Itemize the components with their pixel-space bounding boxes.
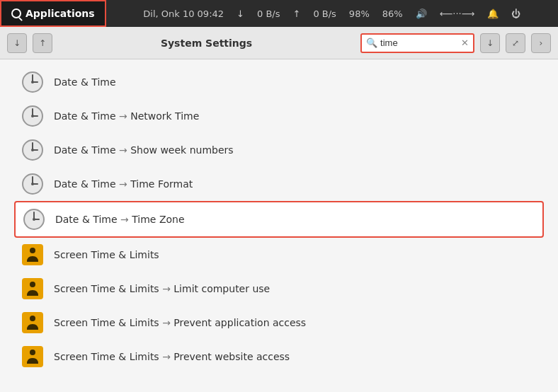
clock-svg	[21, 173, 44, 195]
taskbar-battery1: 98%	[349, 8, 370, 19]
clock-icon-date-time-zone	[23, 208, 45, 231]
taskbar-download-speed: 0 B/s	[257, 8, 280, 19]
clock-svg	[21, 105, 44, 127]
person-svg	[21, 277, 44, 300]
download-button[interactable]: ↓	[480, 33, 500, 53]
taskbar-download-icon: ↓	[237, 8, 244, 19]
svg-point-11	[31, 149, 34, 151]
svg-point-23	[30, 282, 35, 287]
setting-label-date-time: Date & Time	[54, 76, 116, 88]
more-icon: ›	[540, 38, 543, 48]
clock-svg	[23, 208, 45, 231]
setting-label-screen-time-app: Screen Time & Limits → Prevent applicati…	[54, 317, 306, 328]
svg-rect-24	[22, 312, 43, 333]
svg-point-7	[31, 115, 34, 117]
applications-button[interactable]: Applications	[0, 0, 106, 27]
expand-icon: ⤢	[512, 38, 519, 48]
svg-point-3	[31, 81, 34, 83]
setting-item-screen-time-app[interactable]: Screen Time & Limits → Prevent applicati…	[14, 306, 544, 340]
window-header: ↓ ↑ System Settings 🔍 ✕ ↓ ⤢ ›	[0, 27, 558, 59]
setting-item-screen-time[interactable]: Screen Time & Limits	[14, 238, 544, 272]
clock-svg	[21, 71, 44, 93]
taskbar-upload-icon: ↑	[292, 8, 300, 19]
svg-rect-26	[22, 346, 43, 367]
setting-label-date-time-week: Date & Time → Show week numbers	[54, 144, 234, 156]
svg-rect-20	[22, 244, 43, 265]
nav-back-button[interactable]: ↓	[7, 33, 27, 53]
setting-item-date-time[interactable]: Date & Time	[14, 65, 544, 99]
taskbar: Applications Dil, Onk 10 09:42 ↓ 0 B/s ↑…	[0, 0, 558, 27]
person-svg	[21, 345, 44, 368]
forward-icon: ↑	[39, 38, 46, 48]
person-icon-screen-time-web	[21, 345, 44, 368]
main-window: ↓ ↑ System Settings 🔍 ✕ ↓ ⤢ ›	[0, 27, 558, 392]
applications-search-icon	[11, 8, 21, 18]
settings-list: Date & Time Date & Time → Network Time D…	[0, 59, 558, 392]
clock-icon-date-time-network	[21, 105, 44, 127]
svg-point-25	[30, 316, 35, 321]
setting-label-date-time-format: Date & Time → Time Format	[54, 178, 193, 190]
svg-point-21	[30, 248, 35, 253]
setting-item-screen-time-web[interactable]: Screen Time & Limits → Prevent website a…	[14, 340, 544, 374]
svg-point-15	[31, 183, 34, 185]
setting-item-screen-time-limit[interactable]: Screen Time & Limits → Limit computer us…	[14, 272, 544, 306]
svg-rect-22	[22, 278, 43, 299]
taskbar-datetime: Dil, Onk 10 09:42	[143, 8, 224, 19]
search-box[interactable]: 🔍 ✕	[360, 33, 474, 53]
back-icon: ↓	[13, 38, 21, 48]
person-icon-screen-time-limit	[21, 277, 44, 300]
download-icon: ↓	[486, 38, 494, 48]
taskbar-upload-speed: 0 B/s	[313, 8, 336, 19]
content-area: Date & Time Date & Time → Network Time D…	[0, 59, 558, 392]
clock-icon-date-time	[21, 71, 44, 93]
setting-label-screen-time-limit: Screen Time & Limits → Limit computer us…	[54, 283, 270, 294]
clock-svg	[21, 139, 44, 161]
setting-item-date-time-zone[interactable]: Date & Time → Time Zone	[14, 201, 544, 238]
person-svg	[21, 311, 44, 334]
taskbar-notification-icon[interactable]: 🔔	[487, 8, 499, 19]
expand-button[interactable]: ⤢	[506, 33, 525, 53]
person-svg	[21, 243, 44, 266]
taskbar-network-icon[interactable]: ⟵···⟶	[440, 8, 475, 19]
svg-point-27	[30, 350, 35, 355]
clock-icon-date-time-week	[21, 139, 44, 161]
search-input[interactable]	[380, 38, 458, 48]
taskbar-power-icon[interactable]: ⏻	[511, 8, 520, 19]
taskbar-volume-icon[interactable]: 🔊	[416, 8, 427, 19]
taskbar-battery2: 86%	[382, 8, 403, 19]
setting-item-date-time-format[interactable]: Date & Time → Time Format	[14, 167, 544, 201]
setting-label-screen-time: Screen Time & Limits	[54, 249, 159, 260]
person-icon-screen-time	[21, 243, 44, 266]
clear-search-icon[interactable]: ✕	[461, 38, 469, 48]
window-title: System Settings	[58, 38, 355, 49]
nav-forward-button[interactable]: ↑	[33, 33, 52, 53]
setting-label-date-time-network: Date & Time → Network Time	[54, 110, 199, 122]
applications-label: Applications	[25, 8, 95, 19]
taskbar-center: Dil, Onk 10 09:42 ↓ 0 B/s ↑ 0 B/s 98% 86…	[106, 8, 558, 19]
search-icon: 🔍	[366, 38, 377, 48]
svg-point-19	[33, 218, 35, 221]
clock-icon-date-time-format	[21, 173, 44, 195]
person-icon-screen-time-app	[21, 311, 44, 334]
setting-label-screen-time-web: Screen Time & Limits → Prevent website a…	[54, 351, 290, 362]
setting-label-date-time-zone: Date & Time → Time Zone	[55, 214, 185, 225]
setting-item-date-time-week[interactable]: Date & Time → Show week numbers	[14, 133, 544, 167]
more-button[interactable]: ›	[531, 33, 551, 53]
setting-item-date-time-network[interactable]: Date & Time → Network Time	[14, 99, 544, 133]
